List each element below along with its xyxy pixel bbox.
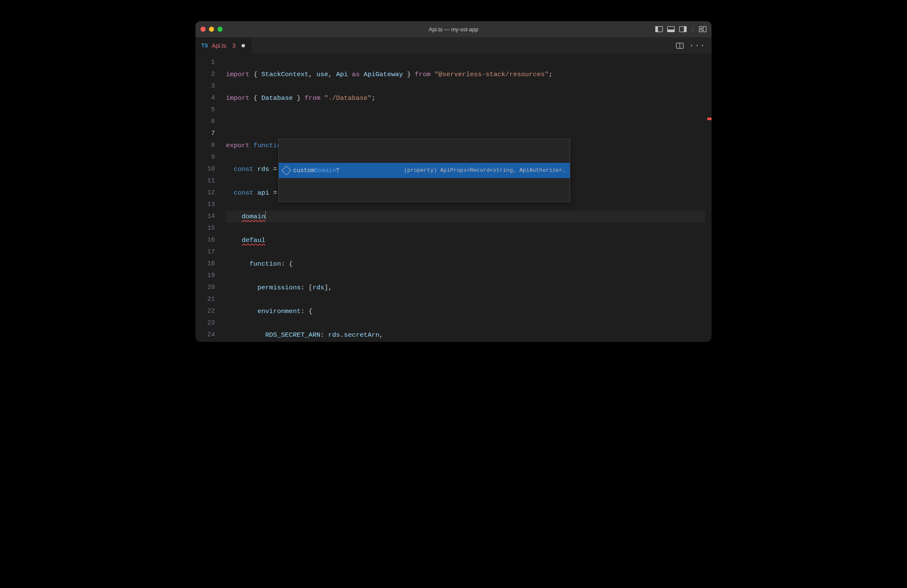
svg-rect-5 [684,27,686,32]
tab-label: Api.ts [212,42,226,49]
line-number: 18 [195,258,223,270]
line-number: 7 [195,128,223,140]
line-number: 24 [195,329,223,341]
editor-window: Api.ts — my-sst-app TS Api.ts 3 [195,21,712,342]
line-number: 12 [195,187,223,199]
line-number: 5 [195,104,223,116]
line-number-gutter: 1 2 3 4 5 6 7 8 9 10 11 12 13 14 15 16 1… [195,54,223,342]
error-token: defaul [242,236,265,244]
tab-problem-count: 3 [232,42,236,49]
titlebar-divider [693,26,693,33]
svg-rect-3 [668,30,675,32]
minimap-error-marker-icon [707,118,712,120]
line-number: 2 [195,69,223,80]
zoom-window-button[interactable] [217,27,223,32]
line-number: 3 [195,80,223,92]
property-icon [282,166,291,176]
code-area[interactable]: import { StackContext, use, Api as ApiGa… [223,54,706,342]
svg-rect-6 [699,27,702,29]
line-number: 16 [195,234,223,246]
line-number: 10 [195,163,223,175]
minimap-scrollbar[interactable] [706,54,712,342]
text-cursor [265,211,266,220]
line-number: 9 [195,151,223,163]
split-editor-icon[interactable] [676,43,684,49]
line-number: 19 [195,270,223,282]
editor-body: 1 2 3 4 5 6 7 8 9 10 11 12 13 14 15 16 1… [195,54,712,342]
autocomplete-detail: (property) ApiProps<Record<string, ApiAu… [404,165,566,176]
layout-customize-icon[interactable] [699,26,706,32]
autocomplete-label: customDomain? [293,165,339,176]
svg-rect-8 [699,30,702,32]
panel-right-icon[interactable] [679,26,687,32]
panel-bottom-icon[interactable] [667,26,675,32]
line-number: 21 [195,294,223,305]
line-number: 14 [195,211,223,223]
svg-rect-1 [656,27,658,32]
titlebar: Api.ts — my-sst-app [195,21,712,37]
minimize-window-button[interactable] [209,27,214,32]
titlebar-actions [655,26,706,33]
tab-bar: TS Api.ts 3 ··· [195,37,712,54]
line-number: 13 [195,199,223,211]
line-number: 23 [195,317,223,329]
tab-actions: ··· [676,37,712,54]
more-actions-icon[interactable]: ··· [690,41,706,50]
line-number: 1 [195,57,223,69]
traffic-lights [201,27,223,32]
svg-rect-7 [703,27,706,32]
line-number: 20 [195,282,223,294]
tab-api-ts[interactable]: TS Api.ts 3 [195,37,251,54]
line-number: 6 [195,116,223,128]
tab-dirty-indicator-icon [242,44,245,47]
autocomplete-suggestion[interactable]: customDomain? (property) ApiProps<Record… [279,163,570,178]
line-number: 11 [195,175,223,187]
line-number: 17 [195,246,223,258]
error-token: domain [242,213,265,220]
line-number: 4 [195,92,223,104]
active-line: domain [226,211,706,223]
autocomplete-popup[interactable]: customDomain? (property) ApiProps<Record… [278,139,570,202]
typescript-file-icon: TS [201,43,208,49]
panel-left-icon[interactable] [655,26,663,32]
window-title: Api.ts — my-sst-app [195,26,712,33]
line-number: 8 [195,140,223,151]
line-number: 15 [195,223,223,234]
close-window-button[interactable] [201,27,206,32]
line-number: 22 [195,305,223,317]
